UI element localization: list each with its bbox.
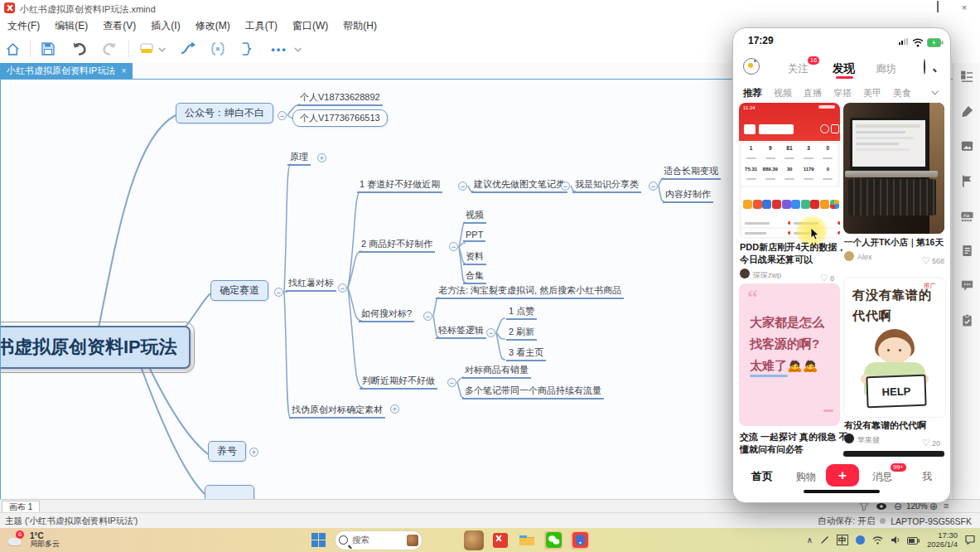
- collapse-icon[interactable]: [423, 312, 432, 321]
- comment-icon[interactable]: [960, 278, 974, 296]
- menu-insert[interactable]: 插入(I): [143, 19, 187, 33]
- tray-ime-icon[interactable]: 中: [837, 535, 848, 545]
- map-node[interactable]: 3 看主页: [506, 346, 546, 361]
- sidebar-menu-icon[interactable]: [743, 58, 760, 75]
- tab-follow[interactable]: 关注: [788, 62, 809, 76]
- cat-recommend[interactable]: 推荐: [743, 87, 762, 99]
- map-node[interactable]: 视频: [463, 209, 486, 224]
- collapse-icon[interactable]: [561, 182, 570, 191]
- expand-icon[interactable]: [390, 404, 399, 414]
- card4-avatar[interactable]: [844, 433, 854, 443]
- map-root-node[interactable]: 小红书虚拟原创资料IP玩法: [0, 326, 191, 369]
- map-node[interactable]: 我是知识分享类: [572, 178, 641, 193]
- cat-live[interactable]: 直播: [804, 87, 822, 99]
- tray-volume-icon[interactable]: [891, 533, 900, 548]
- map-node[interactable]: PPT: [463, 230, 485, 242]
- menu-file[interactable]: 文件(F): [0, 19, 47, 33]
- card3-caption-line1[interactable]: 交流 一起探讨 真的很急 不: [740, 431, 847, 443]
- image-icon[interactable]: [960, 139, 974, 157]
- pitch-eye-icon[interactable]: [876, 501, 887, 513]
- marker-flag-icon[interactable]: [960, 174, 974, 191]
- collapse-icon[interactable]: [338, 283, 347, 293]
- start-button[interactable]: [308, 530, 328, 550]
- map-node[interactable]: 1 赛道好不好做近期: [357, 178, 442, 193]
- taskbar-search[interactable]: 搜索: [335, 530, 422, 550]
- menu-help[interactable]: 帮助(H): [336, 19, 384, 33]
- menu-modify[interactable]: 修改(M): [188, 19, 238, 33]
- taskbar-app-explorer[interactable]: [517, 530, 537, 550]
- feed-card-quote[interactable]: “ 大家都是怎么 找客源的啊? 太难了🙇🙇: [739, 283, 840, 426]
- card1-title-line2[interactable]: 今日战果还算可以: [740, 254, 813, 266]
- menu-window[interactable]: 窗口(W): [285, 19, 336, 33]
- map-node[interactable]: 2 刷新: [506, 326, 537, 341]
- card1-like-icon[interactable]: 8: [820, 269, 834, 284]
- close-button[interactable]: ×: [959, 2, 969, 12]
- map-node[interactable]: 适合长期变现: [661, 165, 721, 180]
- tray-battery-icon[interactable]: [907, 533, 920, 548]
- cat-nails[interactable]: 美甲: [863, 87, 881, 99]
- tray-notification-icon[interactable]: [965, 533, 975, 548]
- tab-city[interactable]: 廊坊: [876, 62, 896, 76]
- map-node[interactable]: 内容好制作: [663, 188, 713, 203]
- menu-edit[interactable]: 编辑(E): [47, 19, 95, 33]
- collapse-icon[interactable]: [447, 378, 456, 387]
- home-icon[interactable]: [0, 38, 25, 60]
- maximize-button[interactable]: [933, 2, 943, 12]
- search-icon[interactable]: [924, 59, 925, 75]
- card2-title[interactable]: 一个人开TK小店｜第16天: [844, 237, 944, 249]
- sheet-tab[interactable]: 画布 1: [2, 501, 40, 513]
- tray-app-icon[interactable]: [856, 535, 865, 545]
- map-node[interactable]: 找伪原创对标确定素材: [289, 404, 385, 419]
- collapse-icon[interactable]: [458, 182, 467, 191]
- collapse-icon[interactable]: [486, 328, 495, 337]
- boundary-icon[interactable]: [205, 38, 230, 60]
- feed-card-help[interactable]: 推广 有没有靠谱的 代代啊 HELP: [843, 277, 946, 418]
- map-node[interactable]: 养号: [208, 441, 246, 462]
- document-tab[interactable]: 小红书虚拟原创资料IP玩法 ×: [0, 63, 133, 79]
- card4-caption[interactable]: 有没有靠谱的代代啊: [844, 419, 926, 432]
- collapse-icon[interactable]: [278, 111, 287, 120]
- save-icon[interactable]: [36, 38, 60, 60]
- card1-title-line1[interactable]: PDD新店刚开4天的数据，: [740, 241, 846, 254]
- label-icon[interactable]: Aa: [960, 209, 974, 226]
- cat-video[interactable]: 视频: [774, 87, 792, 99]
- nav-me[interactable]: 我: [922, 470, 932, 484]
- taskbar-app-xmind[interactable]: [490, 530, 510, 550]
- card3-caption-line2[interactable]: 懂就问有问必答: [740, 443, 804, 456]
- filter-icon[interactable]: [859, 501, 869, 513]
- expand-icon[interactable]: [249, 448, 258, 457]
- fit-map-icon[interactable]: ≡: [944, 501, 949, 511]
- weather-text[interactable]: 1°C 局部多云: [30, 532, 60, 549]
- redo-icon[interactable]: [97, 38, 122, 60]
- map-node[interactable]: 公众号：绅白不白: [176, 103, 273, 123]
- menu-view[interactable]: 查看(V): [95, 19, 143, 33]
- brush-style-icon[interactable]: [960, 104, 974, 122]
- map-node[interactable]: 合集: [463, 269, 486, 284]
- weather-widget[interactable]: 6: [8, 533, 27, 548]
- map-node[interactable]: 1 点赞: [506, 305, 537, 320]
- map-node[interactable]: 个人V17736766513: [292, 109, 388, 127]
- collapse-icon[interactable]: [449, 242, 458, 251]
- nav-home[interactable]: 首页: [751, 469, 773, 484]
- card2-author[interactable]: Alex: [857, 253, 872, 261]
- card2-avatar[interactable]: [844, 251, 854, 261]
- card1-avatar[interactable]: [740, 269, 750, 278]
- notes-icon[interactable]: [960, 244, 974, 261]
- more-tools-icon[interactable]: •••: [267, 38, 292, 60]
- tray-pen-icon[interactable]: [820, 533, 829, 548]
- card4-like-icon[interactable]: 20: [922, 434, 940, 449]
- taskbar-app-wechat[interactable]: [543, 530, 563, 550]
- map-node[interactable]: 对标商品有销量: [462, 364, 531, 379]
- nav-post-button[interactable]: +: [826, 464, 859, 487]
- taskbar-app-mirror[interactable]: [570, 530, 590, 550]
- nav-shop[interactable]: 购物: [796, 470, 816, 484]
- style-dropdown-caret[interactable]: [158, 45, 165, 51]
- collapse-icon[interactable]: [274, 288, 283, 297]
- tray-expand-icon[interactable]: ∧: [807, 535, 813, 545]
- map-node[interactable]: 多个笔记带同一个商品持续有流量: [462, 385, 604, 399]
- cat-expand-chevron[interactable]: [931, 88, 938, 94]
- map-node[interactable]: 建议优先做图文笔记类: [471, 178, 567, 193]
- cat-outfit[interactable]: 穿搭: [833, 87, 852, 99]
- feed-card-image[interactable]: 11:24 1 9 81 3 0 75.31 889.39 30: [739, 103, 840, 239]
- more-dropdown-caret[interactable]: [294, 45, 301, 51]
